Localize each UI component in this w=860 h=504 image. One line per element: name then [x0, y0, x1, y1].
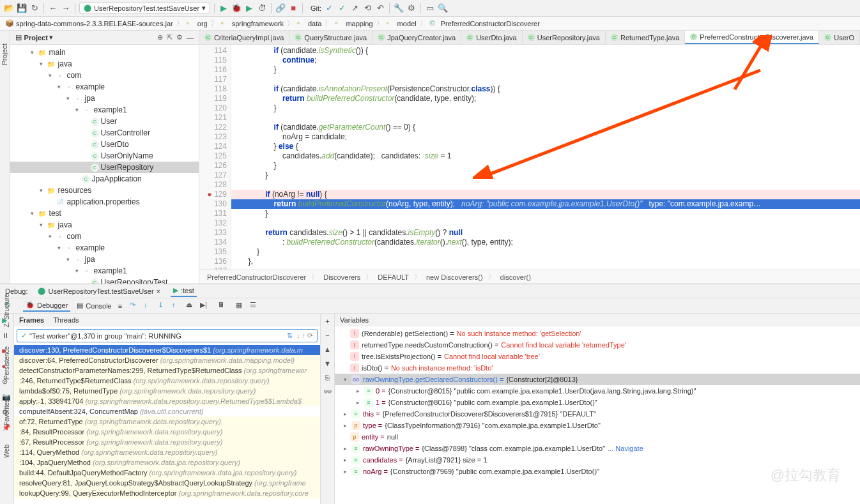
- frame-row[interactable]: computeIfAbsent:324, ConcurrentMap (java…: [14, 406, 320, 416]
- evaluate-icon[interactable]: 🖩: [218, 301, 228, 311]
- favorites-tab[interactable]: Favorites: [3, 399, 10, 425]
- breadcrumb-item[interactable]: ▫data: [297, 19, 321, 28]
- structure-tab[interactable]: Z: Structure: [3, 294, 10, 327]
- variable-row[interactable]: p entity = null: [335, 431, 860, 443]
- open-icon[interactable]: 📂: [4, 3, 14, 13]
- quick-icon[interactable]: ▭: [425, 3, 435, 13]
- editor-bc-item[interactable]: discover(): [500, 273, 531, 281]
- breadcrumb-item[interactable]: ▫springframework: [221, 19, 284, 28]
- step-into-icon[interactable]: ↓: [144, 301, 154, 311]
- run-config-selector[interactable]: ⬤ UserRepositoryTest.testSaveUser ▾: [79, 3, 210, 13]
- frames-tab[interactable]: Frames: [19, 316, 44, 324]
- variable-row[interactable]: ▸≡ 0 = {Constructor@8015} "public com.ex…: [335, 385, 860, 397]
- breadcrumb-item[interactable]: ▫model: [387, 19, 417, 28]
- debug-test-tab[interactable]: ▶:test: [171, 285, 197, 297]
- variable-row[interactable]: ▸≡ this = {PreferredConstructorDiscovere…: [335, 408, 860, 420]
- redo-icon[interactable]: →: [61, 3, 71, 13]
- breadcrumb-item[interactable]: 📦spring-data-commons-2.3.3.RELEASE-sourc…: [5, 19, 173, 28]
- frame-row[interactable]: :104, JpaQueryMethod (org.springframewor…: [14, 457, 320, 468]
- tree-item[interactable]: ▾▫com: [10, 231, 199, 242]
- frame-row[interactable]: :114, QueryMethod (org.springframework.d…: [14, 447, 320, 457]
- frames-list[interactable]: discover:130, PreferredConstructorDiscov…: [14, 345, 320, 504]
- drop-frame-icon[interactable]: ⏏: [186, 301, 196, 311]
- frame-row[interactable]: of:72, ReturnedType (org.springframework…: [14, 416, 320, 427]
- editor-tab[interactable]: CUserDto.java: [461, 31, 523, 44]
- close-icon[interactable]: ×: [157, 287, 160, 295]
- editor-bc-item[interactable]: PreferredConstructorDiscoverer: [207, 273, 306, 281]
- frame-row[interactable]: discover:130, PreferredConstructorDiscov…: [14, 345, 320, 355]
- tree-item[interactable]: ▾▫example1: [10, 104, 199, 116]
- web-tab[interactable]: Web: [3, 445, 10, 457]
- editor-bc-item[interactable]: new Discoverers(): [426, 273, 483, 281]
- save-icon[interactable]: 💾: [17, 3, 27, 13]
- tree-item[interactable]: CUserRepositoryTest: [10, 277, 199, 284]
- frame-row[interactable]: resolveQuery:81, JpaQueryLookupStrategy$…: [14, 478, 320, 488]
- variable-row[interactable]: ! returnedType.needsCustomConstruction()…: [335, 339, 860, 351]
- variable-row[interactable]: ▸p type = {ClassTypeInformation@7916} "c…: [335, 420, 860, 431]
- step-over-icon[interactable]: ↷: [130, 301, 140, 311]
- frame-row[interactable]: discover:64, PreferredConstructorDiscove…: [14, 355, 320, 365]
- variable-row[interactable]: ! isDto() = No such instance method: 'is…: [335, 362, 860, 374]
- tree-item[interactable]: CUserRepository: [10, 162, 199, 173]
- thread-selector[interactable]: ✓ "Test worker"@1,370 in group "main": R…: [17, 329, 318, 342]
- vcs-push-icon[interactable]: ↗: [349, 3, 360, 13]
- editor-tab[interactable]: CUserRepository.java: [523, 31, 606, 44]
- tree-item[interactable]: CUserDto: [10, 139, 199, 150]
- coverage-icon[interactable]: ▶: [244, 3, 254, 13]
- build-icon[interactable]: 🔧: [394, 3, 404, 13]
- profile-icon[interactable]: ⏱: [257, 3, 267, 13]
- settings-icon[interactable]: ⚙: [406, 3, 417, 13]
- editor-bc-item[interactable]: Discoverers: [323, 273, 360, 281]
- debugger-tab[interactable]: 🐞Debugger: [23, 300, 70, 312]
- console-tab[interactable]: ▤Console: [74, 300, 114, 311]
- gear-icon[interactable]: ⚙: [176, 33, 183, 42]
- editor-tab[interactable]: CQueryStructure.java: [289, 31, 372, 44]
- vcs-history-icon[interactable]: ⟲: [362, 3, 372, 13]
- variable-row[interactable]: ! (Renderable) getSelection() = No such …: [335, 328, 860, 339]
- tree-item[interactable]: ▾📁resources: [10, 185, 199, 196]
- editor-tab[interactable]: CCriteriaQueryImpl.java: [199, 31, 289, 44]
- frame-row[interactable]: lambda$of$0:75, ReturnedType (org.spring…: [14, 386, 320, 396]
- variable-row[interactable]: ▾oo rawOwningType.getDeclaredConstructor…: [335, 374, 860, 385]
- tree-item[interactable]: ▾▫example1: [10, 265, 199, 277]
- tree-item[interactable]: ▾▫jpa: [10, 254, 199, 265]
- search-icon[interactable]: 🔍: [438, 3, 448, 13]
- frame-row[interactable]: :84, ResultProcessor (org.springframewor…: [14, 427, 320, 437]
- remove-watch-icon[interactable]: −: [325, 332, 329, 339]
- variable-row[interactable]: ▸≡ rawOwningType = {Class@7898} "class c…: [335, 443, 860, 454]
- run-icon[interactable]: ▶: [219, 3, 229, 13]
- tree-item[interactable]: ▾📁main: [10, 47, 199, 58]
- stop-icon[interactable]: ■: [288, 3, 298, 13]
- persistence-tab[interactable]: Persistence: [3, 346, 10, 379]
- step-out-icon[interactable]: ↑: [172, 301, 182, 311]
- frame-row[interactable]: :246, ReturnedType$ReturnedClass (org.sp…: [14, 376, 320, 386]
- tree-item[interactable]: CUserOnlyName: [10, 150, 199, 162]
- editor-tab[interactable]: CJpaQueryCreator.java: [372, 31, 461, 44]
- vcs-update-icon[interactable]: ✓: [324, 3, 334, 13]
- attach-icon[interactable]: 🔗: [275, 3, 286, 13]
- threads-tab[interactable]: Threads: [53, 316, 79, 324]
- add-watch-icon[interactable]: +: [325, 317, 329, 325]
- frame-row[interactable]: apply:-1, 338941704 (org.springframework…: [14, 396, 320, 406]
- frame-row[interactable]: build:44, DefaultJpaQueryMethodFactory (…: [14, 468, 320, 478]
- copy-icon[interactable]: ⎘: [325, 374, 330, 381]
- editor-breadcrumb[interactable]: PreferredConstructorDiscoverer〉Discovere…: [199, 270, 860, 284]
- vcs-commit-icon[interactable]: ✓: [337, 3, 347, 13]
- tree-item[interactable]: ▾▫example: [10, 242, 199, 254]
- breadcrumb-item[interactable]: ▫mapping: [335, 19, 372, 28]
- tree-item[interactable]: ▾▫example: [10, 81, 199, 93]
- tree-item[interactable]: ▾📁test: [10, 208, 199, 219]
- collapse-icon[interactable]: ⇱: [167, 33, 173, 42]
- variable-row[interactable]: ▸≡ 1 = {Constructor@8016} "public com.ex…: [335, 397, 860, 408]
- tree-item[interactable]: 📄application.properties: [10, 196, 199, 208]
- editor-tab[interactable]: CReturnedType.java: [606, 31, 685, 44]
- editor-bc-item[interactable]: DEFAULT: [378, 273, 409, 281]
- undo-icon[interactable]: ←: [48, 3, 58, 13]
- variable-row[interactable]: ▸≡ candidates = {ArrayList@7921} size = …: [335, 454, 860, 466]
- debug-icon[interactable]: 🐞: [231, 3, 242, 13]
- refresh-icon[interactable]: ↻: [29, 3, 40, 13]
- vcs-rollback-icon[interactable]: ↶: [375, 3, 385, 13]
- breadcrumb-item[interactable]: ▫org: [187, 19, 208, 28]
- project-tool-tab[interactable]: Project: [1, 43, 8, 65]
- tree-item[interactable]: ▾📁java: [10, 58, 199, 70]
